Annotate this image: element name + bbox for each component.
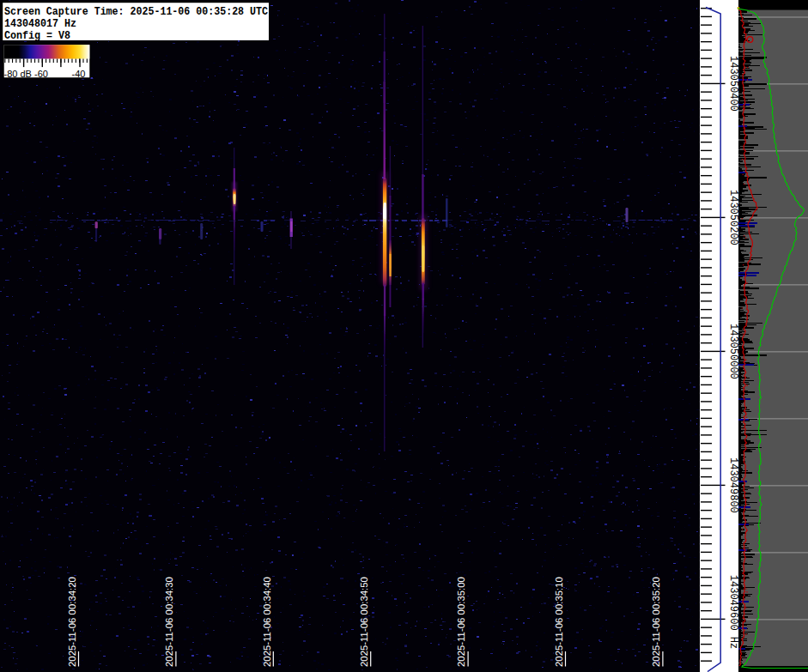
- svg-text:143049600 Hz: 143049600 Hz: [727, 575, 739, 649]
- svg-text:2025-11-06 00:35:20: 2025-11-06 00:35:20: [651, 577, 661, 667]
- svg-text:2025-11-06 00:34:30: 2025-11-06 00:34:30: [164, 577, 174, 667]
- svg-text:2025-11-06 00:35:10: 2025-11-06 00:35:10: [554, 577, 564, 667]
- svg-text:143050000: 143050000: [727, 324, 739, 379]
- svg-text:2025-11-06 00:34:20: 2025-11-06 00:34:20: [67, 577, 77, 667]
- svg-text:2025-11-06 00:35:00: 2025-11-06 00:35:00: [456, 577, 466, 667]
- svg-text:Config = V8: Config = V8: [4, 30, 70, 42]
- svg-text:2025-11-06 00:34:50: 2025-11-06 00:34:50: [359, 577, 369, 667]
- svg-text:-80 dB -60: -80 dB -60: [4, 69, 48, 79]
- svg-text:2025-11-06 00:34:40: 2025-11-06 00:34:40: [262, 577, 272, 667]
- svg-text:143050200: 143050200: [727, 190, 739, 245]
- svg-text:143050400: 143050400: [727, 56, 739, 112]
- svg-text:-40: -40: [72, 69, 86, 79]
- svg-text:143049800: 143049800: [727, 457, 739, 513]
- svg-text:143048017 Hz: 143048017 Hz: [4, 18, 76, 30]
- svg-text:Screen Capture Time: 2025-11-0: Screen Capture Time: 2025-11-06 00:35:28…: [4, 6, 268, 18]
